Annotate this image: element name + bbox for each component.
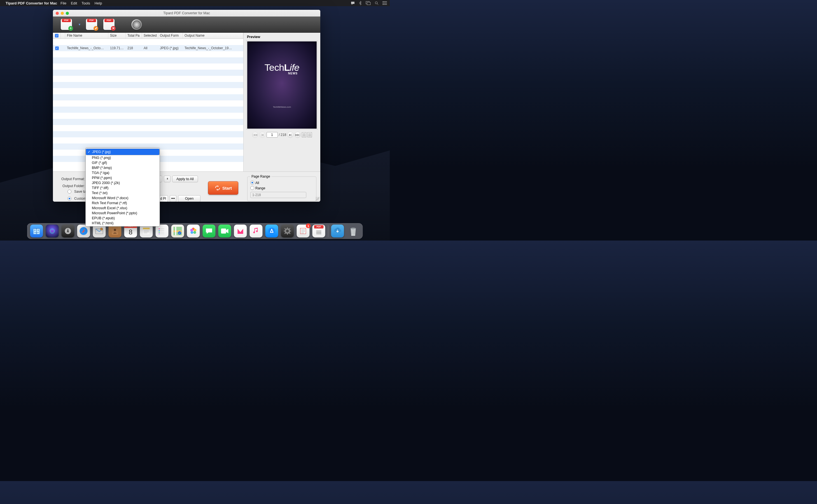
col-totalpages[interactable]: Total Pa	[126, 33, 142, 39]
cell-filename: Techlife_News_-_Octo…	[65, 45, 108, 51]
col-selected[interactable]: Selected	[142, 33, 158, 39]
menu-list-icon[interactable]	[382, 1, 387, 5]
news-icon[interactable]	[234, 225, 247, 237]
dropdown-item[interactable]: Microsoft Excel (*.xlsx)	[86, 206, 159, 211]
svg-point-16	[159, 228, 160, 229]
downloads-icon[interactable]	[331, 225, 344, 237]
dropdown-item[interactable]: GIF (*.gif)	[86, 160, 159, 165]
page-range-input[interactable]	[250, 192, 306, 198]
preview-label: Preview	[247, 35, 318, 39]
next-page-button[interactable]: ▶|	[287, 132, 294, 138]
radio-save-target[interactable]	[67, 190, 71, 194]
fit-width-icon[interactable]	[308, 132, 312, 137]
preview-viewport: TechLife NEWS TechlifeNews.com	[247, 41, 318, 129]
dropdown-item[interactable]: PNG (*.png)	[86, 155, 159, 160]
svg-point-2	[375, 2, 377, 4]
svg-point-31	[351, 228, 356, 229]
add-pdf-dropdown-arrow[interactable]: ▼	[78, 23, 81, 26]
messages-icon[interactable]	[203, 225, 216, 237]
siri-icon[interactable]	[46, 225, 59, 237]
finder-icon[interactable]	[30, 225, 43, 237]
notifications-icon[interactable]	[351, 1, 355, 5]
dropdown-item[interactable]: Microsoft PowerPoint (*.pptx)	[86, 211, 159, 216]
svg-point-25	[190, 229, 193, 232]
trash-icon[interactable]	[347, 225, 360, 237]
titlebar[interactable]: Tipard PDF Converter for Mac	[53, 10, 320, 17]
output-folder-label: Output Folder:	[58, 184, 85, 188]
table-row[interactable]	[53, 39, 243, 45]
dropdown-item[interactable]: TGA (*.tga)	[86, 170, 159, 175]
bluetooth-icon[interactable]	[359, 1, 362, 5]
radio-customize[interactable]	[67, 197, 71, 201]
menu-edit[interactable]: Edit	[71, 1, 77, 5]
dropdown-item[interactable]: JPEG 2000 (*.j2k)	[86, 180, 159, 185]
svg-point-5	[383, 4, 383, 5]
svg-point-23	[193, 231, 196, 234]
music-icon[interactable]	[250, 225, 263, 237]
svg-point-19	[159, 233, 160, 234]
cell-selected: All	[142, 45, 158, 51]
photos-icon[interactable]	[187, 225, 200, 237]
recent-app-icon[interactable]: 1	[297, 225, 310, 237]
app-name[interactable]: Tipard PDF Converter for Mac	[6, 1, 57, 5]
svg-point-29	[286, 230, 289, 232]
facetime-icon[interactable]	[219, 225, 231, 237]
dropdown-item[interactable]: Microsoft Word (*.docx)	[86, 196, 159, 201]
browse-button[interactable]: •••	[170, 195, 176, 202]
apply-to-all-button[interactable]: Apply to All	[172, 176, 198, 182]
menu-tools[interactable]: Tools	[81, 1, 90, 5]
dropdown-item[interactable]: PPM (*.ppm)	[86, 175, 159, 180]
dropdown-item[interactable]: TIFF (*.tiff)	[86, 185, 159, 190]
fit-page-icon[interactable]	[302, 132, 306, 137]
dropdown-item[interactable]: JPEG (*.jpg)	[86, 149, 159, 155]
col-outputname[interactable]: Output Name	[183, 33, 243, 39]
preview-image: TechLife NEWS TechlifeNews.com	[247, 41, 317, 129]
dropdown-item[interactable]: Text (*.txt)	[86, 190, 159, 196]
preview-panel: Preview TechLife NEWS TechlifeNews.com |…	[243, 33, 320, 171]
dropdown-item[interactable]: BMP (*.bmp)	[86, 165, 159, 170]
col-filename[interactable]: File Name	[65, 33, 108, 39]
menu-file[interactable]: File	[60, 1, 66, 5]
output-format-dropdown: JPEG (*.jpg) PNG (*.png) GIF (*.gif) BMP…	[85, 148, 160, 227]
svg-point-27	[269, 228, 275, 234]
remove-pdf-button[interactable]: ✕	[103, 19, 116, 30]
spotlight-icon[interactable]	[375, 1, 379, 5]
toolbar: + ▼ ✕	[53, 17, 320, 33]
radio-range-pages[interactable]	[250, 186, 254, 190]
svg-point-18	[159, 232, 160, 233]
edit-pdf-button[interactable]	[86, 19, 98, 30]
last-page-button[interactable]: ▶▶|	[295, 132, 301, 138]
resize-grip[interactable]	[316, 197, 320, 201]
svg-point-7	[38, 230, 39, 231]
screen-mirror-icon[interactable]	[366, 1, 371, 5]
maps-icon[interactable]	[171, 225, 184, 237]
menu-help[interactable]: Help	[95, 1, 102, 5]
col-format[interactable]: Output Form	[158, 33, 183, 39]
dock-badge: 1	[306, 223, 311, 228]
page-input[interactable]	[267, 132, 278, 138]
dropdown-item[interactable]: HTML (*.html)	[86, 221, 159, 226]
open-folder-button[interactable]: Open	[178, 195, 200, 202]
preview-site: TechlifeNews.com	[273, 106, 291, 108]
dropdown-item[interactable]: Rich Text Format (*.rtf)	[86, 201, 159, 206]
output-format-label: Output Format:	[58, 177, 85, 181]
radio-all-pages[interactable]	[250, 181, 254, 185]
format-settings-button[interactable]	[164, 176, 170, 182]
launchpad-icon[interactable]	[62, 225, 74, 237]
pdf-converter-dock-icon[interactable]: PDF	[313, 225, 325, 237]
svg-point-3	[383, 1, 383, 2]
system-preferences-icon[interactable]	[281, 225, 294, 237]
settings-button[interactable]	[131, 19, 142, 30]
col-size[interactable]: Size	[108, 33, 126, 39]
table-row[interactable]: Techlife_News_-_Octo… 119.71 … 218 All J…	[53, 45, 243, 51]
add-pdf-button[interactable]: +	[61, 19, 73, 30]
select-all-checkbox[interactable]	[55, 34, 58, 37]
appstore-icon[interactable]	[266, 225, 278, 237]
dropdown-item[interactable]: EPUB (*.epub)	[86, 216, 159, 221]
first-page-button[interactable]: |◀◀	[252, 132, 258, 138]
row-checkbox[interactable]	[55, 46, 59, 50]
cell-size: 119.71 …	[108, 45, 126, 51]
cell-outputname: Techlife_News_-_October_19…	[183, 45, 243, 51]
start-button[interactable]: Start	[208, 181, 238, 195]
prev-page-button[interactable]: |◀	[259, 132, 266, 138]
